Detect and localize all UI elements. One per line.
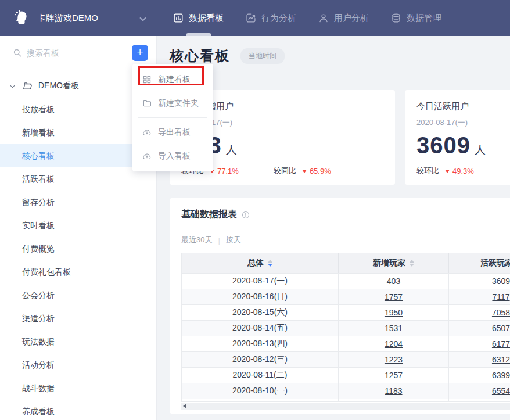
date-cell: 2020-08-10(一)	[232, 386, 288, 395]
open-folder-icon	[22, 81, 33, 91]
kpi-value: 3609	[416, 132, 471, 159]
menu-item-label: 导入看板	[158, 151, 191, 161]
date-cell: 2020-08-13(四)	[232, 339, 288, 348]
timezone-badge: 当地时间	[240, 48, 285, 64]
app-logo-icon	[12, 9, 30, 27]
user-icon	[318, 13, 329, 23]
sidebar-item-6[interactable]: 付费概览	[0, 237, 156, 260]
menu-item-2[interactable]: 导出看板	[132, 120, 213, 144]
kpi-card-active-users: 今日活跃用户 2020-08-17(一) 3609 人 较环比49.3%	[405, 90, 510, 185]
table-row: 2020-08-10(一)11836554	[182, 383, 510, 399]
column-header-label: 新增玩家	[373, 258, 405, 268]
search-icon	[13, 48, 22, 58]
cloud-export-icon	[142, 128, 152, 137]
caret-down-icon	[302, 170, 307, 173]
kpi-stat-value: 65.9%	[310, 167, 331, 175]
report-filters: 最近30天 | 按天	[181, 235, 510, 245]
kpi-unit: 人	[475, 142, 486, 157]
cloud-import-icon	[142, 152, 152, 161]
project-switcher[interactable]: 卡牌游戏DEMO	[0, 0, 157, 36]
metric-link[interactable]: 403	[387, 277, 400, 286]
add-dashboard-menu: 新建看板新建文件夹导出看板导入看板	[132, 64, 213, 171]
tree-folder-label: DEMO看板	[38, 81, 79, 91]
date-cell: 2020-08-11(二)	[233, 370, 288, 379]
folder-icon	[142, 99, 152, 108]
add-dashboard-button[interactable]: +	[132, 45, 148, 61]
scroll-left-arrow-icon[interactable]	[183, 404, 186, 408]
sort-icon[interactable]	[410, 260, 414, 267]
date-cell: 2020-08-14(五)	[232, 323, 288, 332]
metric-link[interactable]: 1257	[385, 371, 403, 380]
column-header-2[interactable]: 活跃玩家	[449, 253, 510, 273]
page-title: 核心看板	[170, 46, 230, 65]
kpi-stat: 较同比65.9%	[274, 166, 331, 176]
menu-item-label: 新建看板	[158, 74, 191, 85]
bar-chart-icon	[173, 13, 184, 23]
sidebar-item-7[interactable]: 付费礼包看板	[0, 260, 156, 283]
date-cell: 2020-08-16(日)	[232, 292, 288, 301]
nav-item-label: 数据管理	[407, 13, 441, 24]
metric-link[interactable]: 1223	[385, 355, 403, 364]
kpi-title: 今日活跃用户	[416, 101, 510, 112]
nav-item-1[interactable]: 行为分析	[246, 0, 296, 36]
nav-item-label: 行为分析	[261, 13, 296, 24]
search-input[interactable]	[27, 45, 120, 60]
sidebar-item-5[interactable]: 实时看板	[0, 214, 156, 237]
metric-link[interactable]: 1204	[385, 339, 403, 349]
trend-icon	[246, 13, 256, 23]
table-row: 2020-08-17(一)4033609	[182, 273, 510, 289]
metric-link[interactable]: 6554	[492, 386, 510, 396]
info-icon[interactable]	[242, 211, 250, 219]
main-nav: 数据看板行为分析用户分析数据管理	[173, 0, 464, 36]
table-row: 2020-08-16(日)17577117	[182, 289, 510, 304]
sidebar-item-13[interactable]: 养成看板	[0, 400, 156, 420]
menu-item-3[interactable]: 导入看板	[132, 144, 213, 168]
kpi-stat-value: 77.1%	[217, 167, 239, 175]
nav-item-3[interactable]: 数据管理	[391, 0, 441, 36]
sidebar-item-4[interactable]: 留存分析	[0, 191, 156, 214]
kpi-date: 2020-08-17(一)	[416, 117, 510, 128]
sidebar-item-8[interactable]: 公会分析	[0, 283, 156, 307]
metric-link[interactable]: 7058	[492, 308, 510, 317]
column-header-1[interactable]: 新增玩家	[339, 253, 449, 273]
metric-link[interactable]: 7117	[492, 292, 509, 301]
metric-link[interactable]: 6177	[492, 339, 510, 349]
table-row: 2020-08-12(三)12236312	[182, 351, 510, 367]
table-row: 2020-08-14(五)15316507	[182, 320, 510, 336]
metric-link[interactable]: 6507	[492, 324, 510, 333]
metric-link[interactable]: 1531	[385, 324, 403, 333]
metric-link[interactable]: 6312	[492, 355, 510, 364]
metric-link[interactable]: 1757	[385, 292, 403, 301]
metric-link[interactable]: 3609	[492, 277, 510, 286]
nav-item-2[interactable]: 用户分析	[318, 0, 369, 36]
nav-item-label: 用户分析	[334, 13, 369, 24]
sidebar-item-9[interactable]: 渠道分析	[0, 307, 156, 330]
column-header-0[interactable]: 总体	[182, 253, 339, 273]
nav-item-0[interactable]: 数据看板	[173, 0, 224, 36]
metric-link[interactable]: 1950	[385, 308, 403, 317]
top-navbar: 卡牌游戏DEMO 数据看板行为分析用户分析数据管理	[0, 0, 510, 36]
horizontal-scrollbar[interactable]	[181, 403, 510, 410]
page-header: 核心看板 当地时间	[170, 46, 285, 65]
menu-item-1[interactable]: 新建文件夹	[132, 91, 213, 115]
filter-date-range[interactable]: 最近30天	[181, 235, 212, 245]
sidebar-item-10[interactable]: 玩法数据	[0, 330, 156, 353]
grid-icon	[142, 75, 152, 84]
sidebar-item-11[interactable]: 活动分析	[0, 353, 156, 376]
menu-divider	[138, 117, 207, 118]
filter-granularity[interactable]: 按天	[226, 235, 241, 245]
table-row: 2020-08-11(二)12576399	[182, 367, 510, 383]
metric-link[interactable]: 6399	[492, 371, 510, 380]
chevron-down-icon	[10, 82, 16, 88]
report-card: 基础数据报表 最近30天 | 按天 总体新增玩家活跃玩家 2020-08-17(…	[170, 198, 510, 414]
kpi-unit: 人	[226, 142, 237, 157]
report-title: 基础数据报表	[181, 209, 237, 221]
filter-separator: |	[218, 236, 220, 245]
sidebar-item-12[interactable]: 战斗数据	[0, 376, 156, 400]
date-cell: 2020-08-12(三)	[232, 354, 288, 364]
project-name: 卡牌游戏DEMO	[37, 13, 98, 24]
metric-link[interactable]: 1183	[385, 386, 402, 396]
menu-item-0[interactable]: 新建看板	[132, 67, 213, 91]
chevron-down-icon	[139, 15, 146, 21]
sort-icon[interactable]	[268, 260, 272, 267]
